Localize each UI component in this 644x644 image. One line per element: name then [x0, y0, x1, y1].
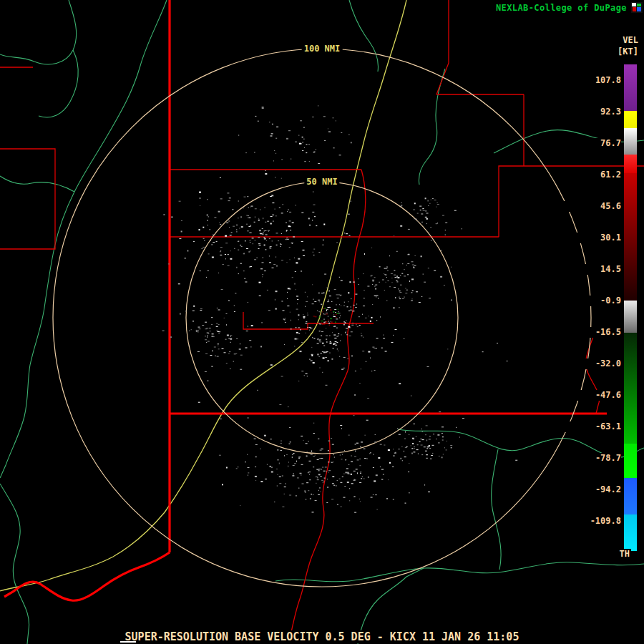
velocity-bin	[287, 211, 288, 212]
velocity-bin	[389, 462, 391, 464]
velocity-bin	[205, 371, 207, 372]
velocity-bin	[321, 353, 322, 353]
velocity-bin	[288, 210, 289, 210]
velocity-bin	[376, 474, 378, 476]
velocity-bin	[361, 336, 362, 336]
velocity-bin	[225, 243, 228, 243]
velocity-bin	[331, 321, 331, 322]
velocity-bin	[303, 318, 305, 318]
velocity-bin	[260, 481, 263, 482]
velocity-bin	[278, 474, 278, 475]
velocity-bin	[342, 477, 343, 477]
velocity-bin	[255, 476, 257, 477]
velocity-bin	[248, 475, 248, 476]
velocity-bin	[378, 457, 380, 459]
velocity-bin	[290, 288, 291, 289]
velocity-bin	[320, 368, 321, 369]
velocity-bin	[196, 331, 197, 332]
velocity-bin	[328, 470, 331, 471]
velocity-bin	[221, 289, 223, 290]
velocity-bin	[375, 288, 376, 290]
velocity-bin	[341, 334, 342, 335]
velocity-bin	[373, 467, 374, 468]
velocity-bin	[348, 214, 350, 215]
velocity-bin	[296, 495, 297, 496]
velocity-bin	[367, 286, 369, 287]
velocity-bin	[170, 336, 172, 338]
velocity-bin	[283, 319, 285, 320]
velocity-bin	[409, 280, 410, 282]
velocity-bin	[399, 449, 400, 449]
velocity-bin	[444, 285, 445, 286]
velocity-bin	[369, 316, 369, 316]
velocity-bin	[351, 201, 351, 202]
velocity-bin	[327, 301, 329, 302]
velocity-bin	[376, 296, 376, 297]
velocity-bin	[292, 457, 293, 458]
velocity-bin	[179, 238, 181, 239]
velocity-bin	[336, 328, 338, 328]
velocity-bin	[289, 212, 291, 213]
velocity-bin	[313, 456, 315, 457]
velocity-bin	[344, 323, 346, 323]
velocity-bin	[295, 142, 297, 142]
velocity-bin	[293, 453, 295, 454]
velocity-bin	[397, 277, 399, 278]
velocity-bin	[301, 436, 303, 436]
velocity-bin	[400, 285, 401, 286]
velocity-bin	[332, 444, 334, 445]
velocity-bin	[357, 472, 358, 474]
velocity-bin	[356, 303, 357, 305]
velocity-bin	[336, 294, 338, 295]
velocity-bin	[261, 322, 263, 323]
range-ring-label: 100 NMI	[302, 44, 343, 54]
velocity-bin	[406, 288, 406, 289]
velocity-bin	[228, 221, 230, 222]
velocity-bin	[388, 280, 389, 281]
velocity-bin	[358, 284, 359, 285]
velocity-bin	[360, 447, 361, 447]
velocity-bin	[216, 326, 218, 327]
velocity-bin	[326, 313, 328, 313]
velocity-bin	[265, 234, 268, 235]
velocity-bin	[318, 439, 319, 439]
velocity-bin	[351, 310, 352, 311]
velocity-bin	[209, 328, 210, 328]
velocity-bin	[412, 265, 414, 265]
velocity-bin	[306, 301, 308, 302]
velocity-bin	[396, 275, 398, 277]
velocity-bin	[208, 335, 208, 336]
velocity-bin	[312, 337, 313, 338]
velocity-bin	[302, 484, 304, 484]
velocity-bin	[355, 450, 356, 452]
velocity-bin	[317, 353, 318, 355]
velocity-bin	[462, 418, 464, 419]
velocity-bin	[247, 418, 249, 419]
velocity-bin	[326, 385, 328, 386]
velocity-bin	[353, 497, 355, 497]
velocity-bin	[217, 308, 218, 308]
velocity-bin	[300, 351, 302, 352]
velocity-bin	[366, 420, 369, 421]
velocity-bin	[325, 467, 327, 467]
velocity-bin	[336, 342, 338, 343]
velocity-bin	[270, 439, 272, 439]
velocity-bin	[428, 268, 429, 268]
velocity-bin	[336, 314, 337, 315]
river-path	[275, 562, 644, 582]
velocity-bin	[212, 333, 214, 334]
velocity-bin	[211, 244, 213, 245]
velocity-bin	[296, 309, 298, 310]
velocity-bin	[364, 253, 365, 255]
velocity-bin	[399, 307, 400, 308]
velocity-bin	[297, 477, 298, 478]
velocity-bin	[298, 381, 299, 381]
velocity-bin	[230, 258, 232, 260]
velocity-bin	[247, 196, 248, 197]
velocity-bin	[240, 245, 241, 245]
velocity-bin	[330, 318, 332, 319]
velocity-bin	[324, 322, 326, 323]
velocity-bin	[343, 357, 346, 358]
velocity-bin	[255, 240, 255, 240]
velocity-bin	[269, 262, 271, 263]
